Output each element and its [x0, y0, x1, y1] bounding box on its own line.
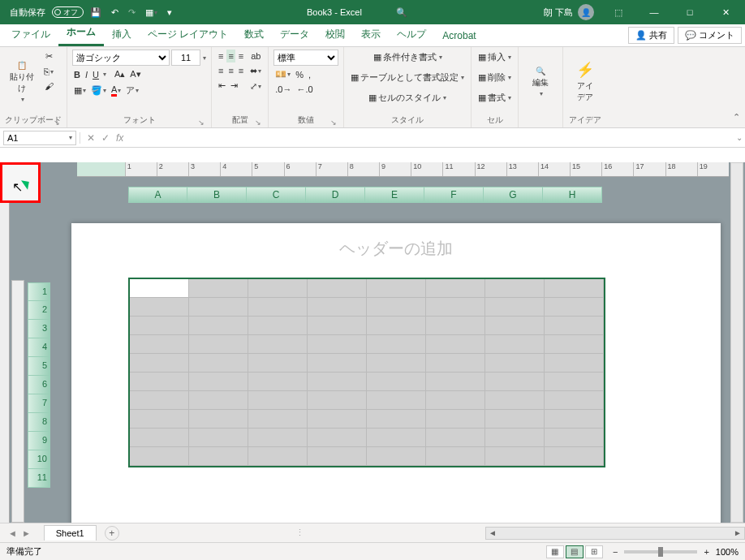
zoom-in-icon[interactable]: + [702, 545, 710, 558]
ideas-button[interactable]: ⚡ アイ デア [568, 50, 602, 114]
cell[interactable] [308, 279, 367, 298]
zoom-slider[interactable] [624, 550, 697, 554]
enter-formula-icon[interactable]: ✓ [101, 132, 110, 144]
row-header[interactable]: 7 [28, 394, 50, 413]
scroll-left-icon[interactable]: ◄ [486, 528, 499, 537]
expand-formula-bar-icon[interactable]: ⌄ [734, 133, 745, 142]
name-box[interactable]: A1▾ [3, 131, 76, 145]
sheet-tab-sheet1[interactable]: Sheet1 [44, 525, 97, 541]
cell[interactable] [130, 335, 189, 354]
cell[interactable] [189, 279, 248, 298]
cell[interactable] [248, 410, 308, 429]
cell[interactable] [248, 391, 308, 410]
column-header[interactable]: D [306, 187, 365, 203]
cell[interactable] [545, 410, 604, 429]
cell[interactable] [426, 335, 485, 354]
decrease-font-icon[interactable]: A▾ [128, 67, 142, 81]
cell[interactable] [545, 279, 604, 298]
cell[interactable] [545, 317, 604, 335]
cell[interactable] [545, 429, 604, 447]
decrease-indent-icon[interactable]: ⇤ [217, 79, 227, 93]
copy-icon[interactable]: ⎘▾ [42, 65, 55, 78]
view-page-break-icon[interactable]: ⊞ [585, 545, 603, 558]
tab-page-layout[interactable]: ページ レイアウト [140, 23, 236, 46]
cell[interactable] [130, 279, 189, 298]
cell[interactable] [130, 410, 189, 429]
cell[interactable] [130, 391, 189, 410]
row-header[interactable]: 10 [28, 450, 50, 469]
cell[interactable] [545, 354, 604, 373]
format-as-table-button[interactable]: ▦テーブルとして書式設定▾ [349, 70, 466, 85]
column-header[interactable]: A [128, 187, 187, 203]
cell[interactable] [485, 317, 545, 335]
tab-file[interactable]: ファイル [3, 23, 58, 46]
column-header[interactable]: E [365, 187, 424, 203]
close-icon[interactable]: ✕ [709, 0, 742, 24]
tab-formulas[interactable]: 数式 [236, 23, 272, 46]
column-header[interactable]: B [187, 187, 247, 203]
cell[interactable] [426, 279, 485, 298]
cell[interactable] [189, 298, 248, 317]
cell[interactable] [426, 317, 485, 335]
cell[interactable] [130, 429, 189, 447]
cell[interactable] [248, 429, 308, 447]
wrap-text-icon[interactable]: ab [248, 50, 263, 62]
underline-button[interactable]: U [91, 68, 101, 81]
increase-font-icon[interactable]: A▴ [113, 67, 127, 81]
borders-icon[interactable]: ▦▾ [72, 84, 88, 97]
cell[interactable] [485, 447, 545, 466]
sheet-nav-next-icon[interactable]: ► [22, 528, 31, 538]
customize-qat-icon[interactable]: ▾ [164, 6, 175, 19]
number-launcher[interactable]: ↘ [330, 118, 337, 127]
column-header[interactable]: C [247, 187, 306, 203]
column-header[interactable]: H [543, 187, 602, 203]
format-painter-icon[interactable]: 🖌 [42, 80, 55, 93]
margin-marker[interactable]: ↖ [0, 162, 41, 203]
accounting-format-icon[interactable]: 💴▾ [273, 67, 292, 81]
cell[interactable] [485, 335, 545, 354]
cell[interactable] [367, 410, 426, 429]
merge-center-icon[interactable]: ⬌▾ [248, 64, 263, 78]
cell[interactable] [426, 298, 485, 317]
align-center-icon[interactable]: ≡ [226, 64, 235, 77]
row-header[interactable]: 3 [28, 320, 50, 338]
cell[interactable] [367, 391, 426, 410]
formula-input[interactable] [130, 130, 734, 146]
cell[interactable] [485, 373, 545, 391]
bold-button[interactable]: B [72, 68, 82, 81]
cell-styles-button[interactable]: ▦セルのスタイル▾ [349, 90, 466, 106]
row-header[interactable]: 1 [28, 282, 50, 301]
delete-cells-button[interactable]: ▦削除▾ [476, 70, 513, 85]
cell[interactable] [545, 391, 604, 410]
cell[interactable] [426, 354, 485, 373]
editing-button[interactable]: 🔍 編集▾ [523, 50, 558, 114]
redo-icon[interactable]: ↷ [125, 6, 139, 19]
cell[interactable] [189, 447, 248, 466]
view-page-layout-icon[interactable]: ▤ [566, 545, 584, 558]
user-account[interactable]: 朗 下島 👤 [539, 4, 599, 20]
column-header[interactable]: G [484, 187, 543, 203]
number-format-select[interactable]: 標準 [273, 50, 338, 66]
format-cells-button[interactable]: ▦書式▾ [476, 90, 513, 106]
cell[interactable] [485, 354, 545, 373]
header-placeholder[interactable]: ヘッダーの追加 [71, 223, 721, 274]
increase-decimal-icon[interactable]: .0→ [273, 83, 293, 96]
align-bottom-icon[interactable]: ≡ [237, 50, 245, 62]
fill-color-icon[interactable]: 🪣▾ [89, 84, 108, 97]
tab-home[interactable]: ホーム [58, 20, 104, 46]
cell[interactable] [485, 410, 545, 429]
fx-icon[interactable]: fx [116, 132, 123, 144]
cell[interactable] [545, 373, 604, 391]
cell[interactable] [367, 429, 426, 447]
cell[interactable] [485, 298, 545, 317]
cell[interactable] [308, 447, 367, 466]
cell[interactable] [308, 410, 367, 429]
cell[interactable] [367, 335, 426, 354]
row-header[interactable]: 8 [28, 413, 50, 432]
comma-icon[interactable]: , [307, 68, 312, 81]
cell[interactable] [426, 429, 485, 447]
comments-button[interactable]: 💬コメント [678, 27, 742, 44]
collapse-ribbon-icon[interactable]: ⌃ [733, 112, 740, 123]
tab-insert[interactable]: 挿入 [104, 23, 140, 46]
font-name-select[interactable]: 游ゴシック [72, 50, 170, 66]
